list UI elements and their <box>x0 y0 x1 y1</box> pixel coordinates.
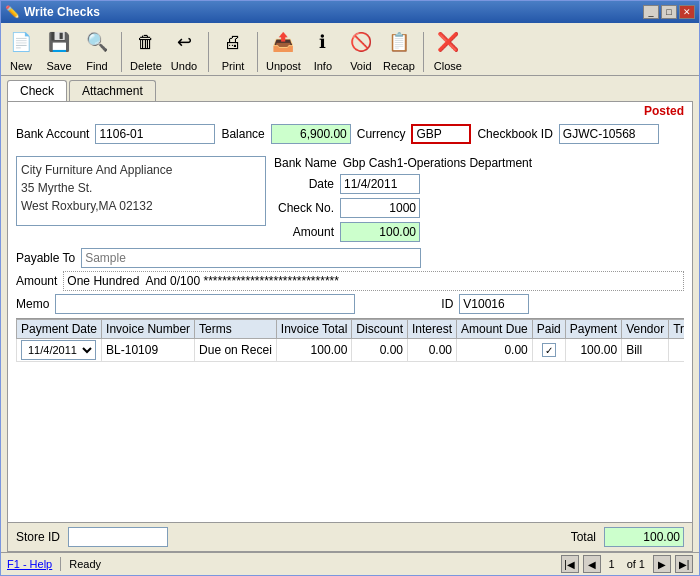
void-label: Void <box>350 60 371 72</box>
payable-section: Payable To Amount Memo ID <box>8 246 692 316</box>
close-button[interactable]: ❌ Close <box>432 26 464 72</box>
checkbook-id-label: Checkbook ID <box>477 127 552 141</box>
total-label: Total <box>571 530 596 544</box>
col-header-terms: Terms <box>195 320 277 339</box>
cell-vendor: Bill <box>622 339 669 362</box>
bank-name-row: Bank Name Gbp Cash1-Operations Departmen… <box>274 156 684 170</box>
find-label: Find <box>86 60 107 72</box>
amount-text-row: Amount <box>16 271 684 291</box>
close-window-button[interactable]: ✕ <box>679 5 695 19</box>
bank-name-value: Gbp Cash1-Operations Department <box>343 156 532 170</box>
paid-checkbox[interactable] <box>542 343 556 357</box>
nav-page-current: 1 <box>609 558 615 570</box>
unpost-label: Unpost <box>266 60 301 72</box>
checkno-label: Check No. <box>274 201 334 215</box>
title-buttons: _ □ ✕ <box>643 5 695 19</box>
bank-name-label: Bank Name <box>274 156 337 170</box>
checkbook-id-input[interactable] <box>559 124 659 144</box>
maximize-button[interactable]: □ <box>661 5 677 19</box>
tab-check[interactable]: Check <box>7 80 67 101</box>
nav-last-button[interactable]: ▶| <box>675 555 693 573</box>
save-icon: 💾 <box>43 26 75 58</box>
void-button[interactable]: 🚫 Void <box>345 26 377 72</box>
recap-button[interactable]: 📋 Recap <box>383 26 415 72</box>
undo-button[interactable]: ↩ Undo <box>168 26 200 72</box>
window-title: Write Checks <box>24 5 100 19</box>
nav-next-button[interactable]: ▶ <box>653 555 671 573</box>
date-input[interactable] <box>340 174 420 194</box>
toolbar-sep-4 <box>423 32 424 72</box>
nav-prev-button[interactable]: ◀ <box>583 555 601 573</box>
checkno-input[interactable] <box>340 198 420 218</box>
minimize-button[interactable]: _ <box>643 5 659 19</box>
amount-text-input[interactable] <box>63 271 684 291</box>
col-header-payment-date: Payment Date <box>17 320 102 339</box>
window-icon: ✏️ <box>5 5 20 19</box>
payment-date-select[interactable]: 11/4/2011 <box>21 340 96 360</box>
bank-info: Bank Name Gbp Cash1-Operations Departmen… <box>274 156 684 242</box>
close-label: Close <box>434 60 462 72</box>
amount-label: Amount <box>274 225 334 239</box>
cell-terms: Due on Recei <box>195 339 277 362</box>
payable-to-label: Payable To <box>16 251 75 265</box>
memo-row: Memo ID <box>16 294 684 314</box>
toolbar-sep-2 <box>208 32 209 72</box>
info-icon: ℹ <box>307 26 339 58</box>
recap-label: Recap <box>383 60 415 72</box>
address-line-1: City Furniture And Appliance <box>21 161 261 179</box>
col-header-tran: Tran <box>669 320 684 339</box>
nav-page-of: of 1 <box>627 558 645 570</box>
nav-bar: |◀ ◀ 1 of 1 ▶ ▶| <box>561 555 693 573</box>
unpost-button[interactable]: 📤 Unpost <box>266 26 301 72</box>
col-header-vendor: Vendor <box>622 320 669 339</box>
cell-tran <box>669 339 684 362</box>
payable-to-input[interactable] <box>81 248 421 268</box>
undo-label: Undo <box>171 60 197 72</box>
payable-to-row: Payable To <box>16 248 684 268</box>
undo-icon: ↩ <box>168 26 200 58</box>
status-sep <box>60 557 61 571</box>
cell-interest: 0.00 <box>408 339 457 362</box>
cell-invoice-total: 100.00 <box>276 339 352 362</box>
cell-discount: 0.00 <box>352 339 408 362</box>
table-section: Payment Date Invoice Number Terms Invoic… <box>16 318 684 520</box>
id-input[interactable] <box>459 294 529 314</box>
table-header-row: Payment Date Invoice Number Terms Invoic… <box>17 320 685 339</box>
print-icon: 🖨 <box>217 26 249 58</box>
find-button[interactable]: 🔍 Find <box>81 26 113 72</box>
new-button[interactable]: 📄 New <box>5 26 37 72</box>
tabs-bar: Check Attachment <box>1 76 699 101</box>
new-label: New <box>10 60 32 72</box>
nav-first-button[interactable]: |◀ <box>561 555 579 573</box>
tab-attachment[interactable]: Attachment <box>69 80 156 101</box>
info-button[interactable]: ℹ Info <box>307 26 339 72</box>
void-icon: 🚫 <box>345 26 377 58</box>
close-icon: ❌ <box>432 26 464 58</box>
amount-row: Amount <box>274 222 684 242</box>
delete-label: Delete <box>130 60 162 72</box>
cell-paid <box>532 339 565 362</box>
payments-table: Payment Date Invoice Number Terms Invoic… <box>16 319 684 362</box>
toolbar: 📄 New 💾 Save 🔍 Find 🗑 Delete ↩ Undo 🖨 Pr… <box>1 23 699 76</box>
title-bar-left: ✏️ Write Checks <box>5 5 100 19</box>
delete-icon: 🗑 <box>130 26 162 58</box>
bottom-bar: Store ID Total <box>8 522 692 551</box>
bank-account-input[interactable] <box>95 124 215 144</box>
info-label: Info <box>314 60 332 72</box>
address-bank-section: City Furniture And Appliance 35 Myrthe S… <box>8 152 692 246</box>
posted-badge: Posted <box>644 104 684 118</box>
balance-input[interactable] <box>271 124 351 144</box>
store-id-input[interactable] <box>68 527 168 547</box>
print-button[interactable]: 🖨 Print <box>217 26 249 72</box>
memo-input[interactable] <box>55 294 355 314</box>
checkno-row: Check No. <box>274 198 684 218</box>
amount-input[interactable] <box>340 222 420 242</box>
delete-button[interactable]: 🗑 Delete <box>130 26 162 72</box>
amount-row-label: Amount <box>16 274 57 288</box>
currency-input[interactable] <box>411 124 471 144</box>
total-input[interactable] <box>604 527 684 547</box>
col-header-payment: Payment <box>565 320 621 339</box>
save-button[interactable]: 💾 Save <box>43 26 75 72</box>
currency-label: Currency <box>357 127 406 141</box>
help-link[interactable]: F1 - Help <box>7 558 52 570</box>
